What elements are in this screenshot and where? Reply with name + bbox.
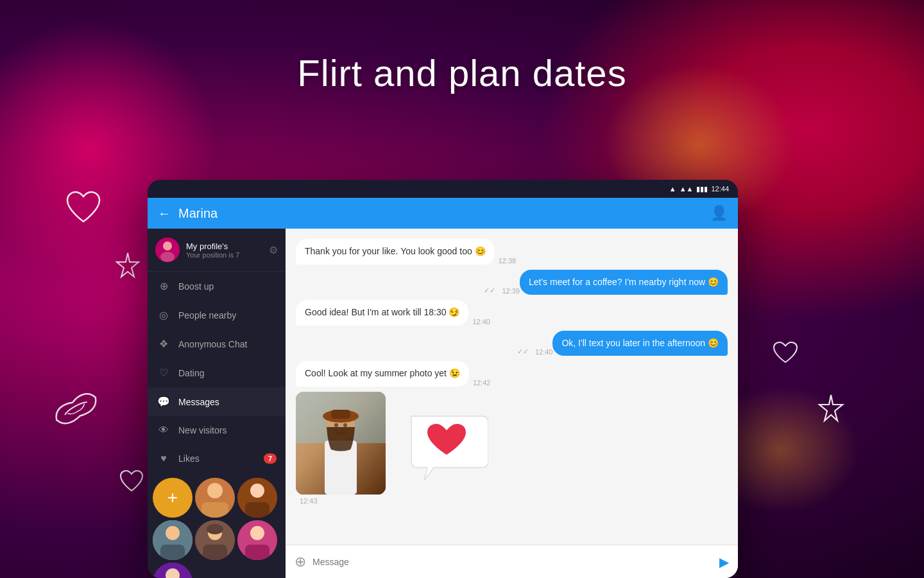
sidebar-item-likes[interactable]: ♥ Likes 7: [148, 444, 286, 473]
sidebar-item-dating[interactable]: ♡ Dating: [148, 358, 286, 387]
avatar-4[interactable]: [195, 520, 235, 560]
svg-point-6: [209, 485, 221, 496]
attach-button[interactable]: ⊕: [295, 554, 306, 570]
add-avatar-button[interactable]: +: [153, 478, 193, 518]
boost-icon: ⊕: [157, 280, 171, 292]
photo-time: 12:43: [300, 497, 386, 505]
svg-point-2: [160, 252, 175, 262]
status-icons: ▲ ▲▲ ▮▮▮ 12:44: [669, 185, 729, 193]
svg-rect-5: [201, 502, 228, 518]
message-2: ✓✓ 12:39 Let's meet for a coffee? I'm ne…: [296, 270, 728, 295]
profile-name: My profile's: [186, 241, 269, 251]
msg-time-2: 12:39: [502, 287, 520, 295]
sidebar-item-boost[interactable]: ⊕ Boost up: [148, 272, 286, 301]
dating-icon: ♡: [157, 367, 171, 379]
avatar-3[interactable]: [153, 520, 193, 560]
sidebar-item-visitors[interactable]: 👁 New visitors: [148, 416, 286, 444]
sidebar: My profile's Your position is 7 ⚙ ⊕ Boos…: [148, 229, 286, 578]
content-area: My profile's Your position is 7 ⚙ ⊕ Boos…: [148, 229, 738, 578]
svg-rect-12: [160, 545, 185, 560]
avatar-5[interactable]: [237, 520, 277, 560]
svg-point-1: [163, 241, 172, 250]
msg-check-2: ✓✓: [484, 286, 495, 295]
nearby-icon: ◎: [157, 309, 171, 321]
anon-icon: ❖: [157, 338, 171, 350]
sidebar-profile-info: My profile's Your position is 7: [186, 241, 269, 259]
msg-time-4: 12:40: [535, 348, 553, 356]
wifi-icon: ▲: [669, 185, 676, 193]
messages-icon: 💬: [157, 396, 171, 408]
boost-label: Boost up: [178, 281, 277, 292]
sidebar-avatar: [155, 238, 180, 262]
tablet-frame: ▲ ▲▲ ▮▮▮ 12:44 ← Marina 👤: [148, 180, 738, 578]
svg-point-16: [207, 524, 223, 534]
avatar-1[interactable]: [195, 478, 235, 518]
svg-point-18: [250, 526, 264, 540]
avatar-grid: +: [148, 473, 286, 578]
chat-input-area: ⊕ ▶: [286, 545, 738, 578]
clock: 12:44: [711, 185, 729, 193]
back-button[interactable]: ←: [158, 206, 171, 221]
message-5: Cool! Look at my summer photo yet 😉 12:4…: [296, 361, 728, 387]
sidebar-item-nearby[interactable]: ◎ People nearby: [148, 301, 286, 329]
svg-point-29: [334, 423, 338, 427]
msg-time-5: 12:42: [473, 379, 491, 387]
battery-icon: ▮▮▮: [696, 185, 708, 193]
likes-badge: 7: [264, 453, 277, 464]
nearby-label: People nearby: [178, 310, 277, 320]
nav-title: Marina: [178, 206, 710, 221]
msg-bubble-1: Thank you for your like. You look good t…: [296, 239, 495, 265]
profile-icon[interactable]: 👤: [710, 205, 728, 222]
nav-bar: ← Marina 👤: [148, 198, 738, 229]
msg-text-5: Cool! Look at my summer photo yet 😉: [305, 368, 460, 378]
avatar-6[interactable]: [153, 563, 193, 578]
svg-point-11: [166, 526, 180, 540]
sidebar-header: My profile's Your position is 7 ⚙: [148, 229, 286, 272]
svg-point-8: [250, 484, 264, 498]
signal-icon: ▲▲: [680, 185, 694, 193]
msg-bubble-4: Ok, I'll text you later in the afternoon…: [552, 331, 728, 356]
send-button[interactable]: ▶: [719, 554, 729, 570]
svg-rect-19: [245, 545, 270, 560]
avatar-2[interactable]: [237, 478, 277, 518]
msg-text-3: Good idea! But I'm at work till 18:30 😏: [305, 307, 459, 317]
likes-label: Likes: [178, 453, 264, 464]
sidebar-item-anon[interactable]: ❖ Anonymous Chat: [148, 329, 286, 358]
visitors-icon: 👁: [157, 425, 171, 436]
msg-time-1: 12:38: [499, 257, 517, 265]
status-bar: ▲ ▲▲ ▮▮▮ 12:44: [148, 180, 738, 198]
msg-bubble-3: Good idea! But I'm at work till 18:30 😏: [296, 300, 468, 326]
svg-rect-9: [245, 502, 270, 518]
likes-icon: ♥: [157, 453, 171, 464]
chat-area: Thank you for your like. You look good t…: [286, 229, 738, 578]
visitors-label: New visitors: [178, 425, 277, 435]
msg-text-4: Ok, I'll text you later in the afternoon…: [561, 338, 719, 348]
chat-messages: Thank you for your like. You look good t…: [286, 229, 738, 545]
msg-check-4: ✓✓: [517, 347, 529, 356]
svg-rect-15: [203, 545, 227, 560]
msg-time-3: 12:40: [472, 318, 490, 326]
photo-message: [296, 392, 386, 495]
msg-bubble-5: Cool! Look at my summer photo yet 😉: [296, 361, 469, 387]
message-3: Good idea! But I'm at work till 18:30 😏 …: [296, 300, 728, 326]
anon-label: Anonymous Chat: [178, 339, 277, 349]
messages-label: Messages: [178, 397, 277, 407]
message-1: Thank you for your like. You look good t…: [296, 239, 728, 265]
dating-label: Dating: [178, 368, 277, 378]
speech-heart-bubble: [405, 413, 488, 484]
msg-text-1: Thank you for your like. You look good t…: [305, 246, 486, 256]
msg-bubble-2: Let's meet for a coffee? I'm nearby righ…: [520, 270, 728, 295]
message-4: ✓✓ 12:40 Ok, I'll text you later in the …: [296, 331, 728, 356]
svg-point-30: [343, 423, 347, 427]
sidebar-item-messages[interactable]: 💬 Messages: [148, 387, 286, 416]
msg-text-2: Let's meet for a coffee? I'm nearby righ…: [529, 277, 719, 287]
message-6-row: 12:43: [296, 392, 728, 505]
message-input[interactable]: [312, 557, 713, 567]
settings-icon[interactable]: ⚙: [269, 244, 278, 256]
profile-sub: Your position is 7: [186, 251, 269, 259]
svg-rect-27: [331, 410, 350, 419]
